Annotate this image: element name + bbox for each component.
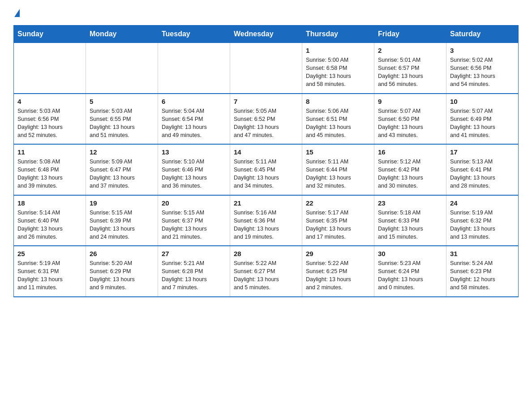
day-of-week-header: Thursday [302,26,374,43]
day-info: Sunrise: 5:23 AM Sunset: 6:24 PM Dayligh… [378,259,442,292]
calendar-table: SundayMondayTuesdayWednesdayThursdayFrid… [13,25,519,297]
calendar-cell: 19Sunrise: 5:15 AM Sunset: 6:39 PM Dayli… [86,195,158,246]
calendar-cell: 11Sunrise: 5:08 AM Sunset: 6:48 PM Dayli… [14,144,86,195]
day-info: Sunrise: 5:15 AM Sunset: 6:39 PM Dayligh… [90,209,154,241]
day-number: 3 [450,47,515,54]
day-info: Sunrise: 5:20 AM Sunset: 6:29 PM Dayligh… [90,259,154,292]
calendar-cell: 25Sunrise: 5:19 AM Sunset: 6:31 PM Dayli… [14,246,86,297]
calendar-cell: 4Sunrise: 5:03 AM Sunset: 6:56 PM Daylig… [14,94,86,145]
calendar-week-row: 25Sunrise: 5:19 AM Sunset: 6:31 PM Dayli… [14,246,519,297]
calendar-cell: 22Sunrise: 5:17 AM Sunset: 6:35 PM Dayli… [302,195,374,246]
day-number: 28 [234,250,298,257]
day-number: 15 [306,148,370,156]
day-info: Sunrise: 5:16 AM Sunset: 6:36 PM Dayligh… [234,209,298,241]
calendar-week-row: 18Sunrise: 5:14 AM Sunset: 6:40 PM Dayli… [14,195,519,246]
calendar-cell: 8Sunrise: 5:06 AM Sunset: 6:51 PM Daylig… [302,94,374,145]
calendar-cell: 7Sunrise: 5:05 AM Sunset: 6:52 PM Daylig… [230,94,302,145]
day-number: 11 [17,148,82,156]
calendar-body: 1Sunrise: 5:00 AM Sunset: 6:58 PM Daylig… [14,43,519,297]
day-info: Sunrise: 5:18 AM Sunset: 6:33 PM Dayligh… [378,209,442,241]
calendar-cell [158,43,230,94]
calendar-cell: 27Sunrise: 5:21 AM Sunset: 6:28 PM Dayli… [158,246,230,297]
calendar-cell: 20Sunrise: 5:15 AM Sunset: 6:37 PM Dayli… [158,195,230,246]
day-of-week-header: Sunday [14,26,86,43]
calendar-cell: 10Sunrise: 5:07 AM Sunset: 6:49 PM Dayli… [446,94,519,145]
day-info: Sunrise: 5:07 AM Sunset: 6:50 PM Dayligh… [378,107,442,140]
day-headers-row: SundayMondayTuesdayWednesdayThursdayFrid… [14,26,519,43]
day-number: 23 [378,199,442,207]
day-info: Sunrise: 5:13 AM Sunset: 6:41 PM Dayligh… [450,158,515,190]
day-info: Sunrise: 5:05 AM Sunset: 6:52 PM Dayligh… [234,107,298,140]
day-info: Sunrise: 5:01 AM Sunset: 6:57 PM Dayligh… [378,56,442,89]
calendar-cell: 5Sunrise: 5:03 AM Sunset: 6:55 PM Daylig… [86,94,158,145]
calendar-cell: 13Sunrise: 5:10 AM Sunset: 6:46 PM Dayli… [158,144,230,195]
day-number: 26 [90,250,154,257]
page-header [13,9,519,17]
calendar-cell: 29Sunrise: 5:22 AM Sunset: 6:25 PM Dayli… [302,246,374,297]
calendar-cell: 16Sunrise: 5:12 AM Sunset: 6:42 PM Dayli… [374,144,446,195]
day-number: 6 [162,98,226,105]
calendar-cell [86,43,158,94]
day-info: Sunrise: 5:14 AM Sunset: 6:40 PM Dayligh… [17,209,82,241]
day-number: 20 [162,199,226,207]
day-info: Sunrise: 5:02 AM Sunset: 6:56 PM Dayligh… [450,56,515,89]
logo [13,9,20,17]
day-of-week-header: Wednesday [230,26,302,43]
day-info: Sunrise: 5:07 AM Sunset: 6:49 PM Dayligh… [450,107,515,140]
calendar-cell: 9Sunrise: 5:07 AM Sunset: 6:50 PM Daylig… [374,94,446,145]
day-number: 31 [450,250,515,257]
calendar-cell: 21Sunrise: 5:16 AM Sunset: 6:36 PM Dayli… [230,195,302,246]
calendar-header: SundayMondayTuesdayWednesdayThursdayFrid… [14,26,519,43]
day-info: Sunrise: 5:00 AM Sunset: 6:58 PM Dayligh… [306,56,370,89]
day-info: Sunrise: 5:10 AM Sunset: 6:46 PM Dayligh… [162,158,226,190]
day-number: 5 [90,98,154,105]
day-number: 25 [17,250,82,257]
day-number: 29 [306,250,370,257]
day-number: 1 [306,47,370,54]
calendar-cell: 28Sunrise: 5:22 AM Sunset: 6:27 PM Dayli… [230,246,302,297]
day-number: 10 [450,98,515,105]
day-info: Sunrise: 5:24 AM Sunset: 6:23 PM Dayligh… [450,259,515,292]
logo-triangle-icon [14,9,20,17]
day-info: Sunrise: 5:11 AM Sunset: 6:45 PM Dayligh… [234,158,298,190]
day-number: 18 [17,199,82,207]
day-info: Sunrise: 5:04 AM Sunset: 6:54 PM Dayligh… [162,107,226,140]
calendar-cell: 3Sunrise: 5:02 AM Sunset: 6:56 PM Daylig… [446,43,519,94]
day-number: 4 [17,98,82,105]
day-number: 19 [90,199,154,207]
day-number: 14 [234,148,298,156]
calendar-cell: 23Sunrise: 5:18 AM Sunset: 6:33 PM Dayli… [374,195,446,246]
calendar-cell: 2Sunrise: 5:01 AM Sunset: 6:57 PM Daylig… [374,43,446,94]
day-info: Sunrise: 5:03 AM Sunset: 6:56 PM Dayligh… [17,107,82,140]
day-number: 17 [450,148,515,156]
day-number: 7 [234,98,298,105]
calendar-cell: 15Sunrise: 5:11 AM Sunset: 6:44 PM Dayli… [302,144,374,195]
calendar-week-row: 1Sunrise: 5:00 AM Sunset: 6:58 PM Daylig… [14,43,519,94]
calendar-cell: 14Sunrise: 5:11 AM Sunset: 6:45 PM Dayli… [230,144,302,195]
calendar-cell: 24Sunrise: 5:19 AM Sunset: 6:32 PM Dayli… [446,195,519,246]
calendar-cell: 1Sunrise: 5:00 AM Sunset: 6:58 PM Daylig… [302,43,374,94]
calendar-cell: 18Sunrise: 5:14 AM Sunset: 6:40 PM Dayli… [14,195,86,246]
day-number: 13 [162,148,226,156]
day-info: Sunrise: 5:08 AM Sunset: 6:48 PM Dayligh… [17,158,82,190]
day-info: Sunrise: 5:12 AM Sunset: 6:42 PM Dayligh… [378,158,442,190]
day-info: Sunrise: 5:09 AM Sunset: 6:47 PM Dayligh… [90,158,154,190]
calendar-cell [14,43,86,94]
calendar-cell [230,43,302,94]
day-of-week-header: Monday [86,26,158,43]
day-of-week-header: Friday [374,26,446,43]
day-of-week-header: Saturday [446,26,519,43]
day-number: 24 [450,199,515,207]
day-info: Sunrise: 5:15 AM Sunset: 6:37 PM Dayligh… [162,209,226,241]
day-info: Sunrise: 5:17 AM Sunset: 6:35 PM Dayligh… [306,209,370,241]
calendar-cell: 30Sunrise: 5:23 AM Sunset: 6:24 PM Dayli… [374,246,446,297]
day-info: Sunrise: 5:21 AM Sunset: 6:28 PM Dayligh… [162,259,226,292]
day-number: 16 [378,148,442,156]
day-info: Sunrise: 5:06 AM Sunset: 6:51 PM Dayligh… [306,107,370,140]
calendar-cell: 6Sunrise: 5:04 AM Sunset: 6:54 PM Daylig… [158,94,230,145]
day-of-week-header: Tuesday [158,26,230,43]
day-info: Sunrise: 5:19 AM Sunset: 6:32 PM Dayligh… [450,209,515,241]
day-number: 9 [378,98,442,105]
day-number: 8 [306,98,370,105]
day-info: Sunrise: 5:22 AM Sunset: 6:27 PM Dayligh… [234,259,298,292]
